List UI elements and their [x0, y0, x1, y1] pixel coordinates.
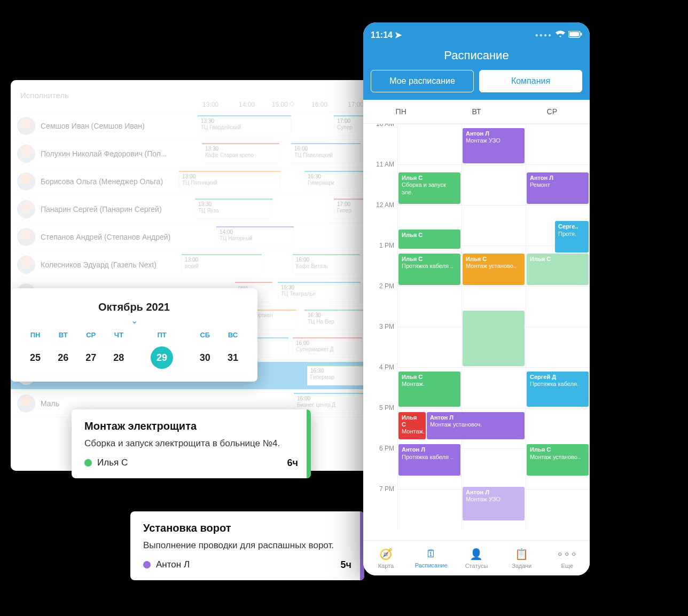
wifi-icon: [556, 30, 565, 40]
hour-label: 11 AM: [363, 161, 394, 168]
schedule-event[interactable]: Илья ССборка и запуск эле.: [398, 172, 460, 204]
gantt-bar[interactable]: 16:00ТЦ Павелецкий: [291, 143, 361, 163]
schedule-event[interactable]: Илья С: [398, 230, 460, 249]
performer-name: Полухин Николай Федорович (Пол...: [41, 149, 167, 158]
gantt-bar[interactable]: 16:30Гипермар: [307, 365, 363, 385]
task-desc: Выполнение проводки для распашных ворот.: [143, 540, 351, 552]
schedule-event[interactable]: Серге..Протя.: [555, 221, 589, 252]
tab-tasks[interactable]: 📋Задачи: [499, 541, 544, 575]
task-title: Монтаж электрощита: [84, 420, 298, 432]
day-cell[interactable]: 28: [105, 343, 132, 372]
clipboard-icon: 📋: [515, 548, 528, 560]
hour-label: 1 PM: [363, 242, 394, 249]
performer-name: Панарин Сергей (Панарин Сергей): [41, 205, 162, 214]
schedule-event[interactable]: [463, 311, 525, 366]
avatar: [17, 117, 35, 135]
chevron-down-icon[interactable]: ⌄: [21, 315, 247, 326]
weekday-label: ПТ: [132, 331, 191, 343]
performer-name: Семшов Иван (Семшов Иван): [41, 122, 145, 130]
schedule-event[interactable]: Сергей ДПротяжка кабеля.: [527, 372, 589, 407]
gantt-bar[interactable]: 14:00ТЦ Нагорный: [216, 226, 294, 247]
gantt-bar[interactable]: 16:00Кафе Витязь: [293, 254, 359, 274]
avatar: [17, 145, 35, 163]
task-card[interactable]: Монтаж электрощита Сборка и запуск элект…: [72, 409, 311, 478]
hour-label: 2 PM: [363, 282, 394, 290]
hour-label: 3 PM: [363, 323, 394, 330]
schedule-event[interactable]: Илья СМонтаж.: [398, 412, 426, 439]
schedule-event[interactable]: Антон ЛРемонт: [527, 172, 589, 204]
day-header[interactable]: ВТ: [439, 100, 514, 123]
seg-company[interactable]: Компания: [479, 70, 582, 92]
tab-schedule[interactable]: 🗓Расписание: [409, 541, 454, 575]
gantt-row[interactable]: Семшов Иван (Семшов Иван)13:30ТЦ Гвардей…: [11, 112, 374, 140]
avatar: [17, 200, 35, 218]
schedule-event[interactable]: Антон ЛПротяжка кабеля ..: [398, 444, 460, 476]
more-icon: ∘∘∘: [557, 548, 577, 560]
performer-name: Маль: [41, 399, 59, 408]
phone-mockup: 11:14 ➤ ●●●● Расписание Мое расписание К…: [363, 22, 590, 575]
gantt-bar[interactable]: 13:30Кафе Старая крепо: [202, 143, 279, 163]
tab-more[interactable]: ∘∘∘Еще: [544, 541, 590, 575]
schedule-event[interactable]: Антон ЛМонтаж УЗО: [463, 128, 525, 163]
gantt-row[interactable]: Полухин Николай Федорович (Пол...13:30Ка…: [11, 140, 374, 168]
task-card[interactable]: Установка ворот Выполнение проводки для …: [130, 511, 364, 580]
day-header[interactable]: СР: [514, 100, 590, 123]
weekday-label: ЧТ: [105, 331, 132, 343]
gantt-row[interactable]: Степанов Андрей (Степанов Андрей)14:00ТЦ…: [11, 223, 374, 251]
gantt-bar[interactable]: 13:30ТЦ Яуза: [195, 199, 272, 219]
day-cell[interactable]: 27: [77, 343, 105, 372]
compass-icon: 🧭: [379, 548, 393, 560]
gantt-bar[interactable]: 13:30ТЦ Гвардейский: [198, 115, 291, 136]
schedule-event[interactable]: Илья СМонтаж установо..: [527, 444, 589, 476]
gantt-bar[interactable]: 16:30ТЦ На Вер: [304, 310, 363, 330]
gantt-row[interactable]: Панарин Сергей (Панарин Сергей)13:30ТЦ Я…: [11, 195, 374, 223]
day-cell[interactable]: 29: [132, 343, 191, 372]
performer-name: Борисова Ольга (Менеджер Ольга): [41, 177, 163, 186]
weekday-label: ВС: [219, 331, 247, 343]
svg-rect-2: [581, 33, 582, 35]
hour-label: 5 PM: [363, 404, 394, 412]
hour-label: 4 PM: [363, 364, 394, 371]
gantt-bar[interactable]: 13:00ТЦ Пятницкий: [179, 171, 280, 191]
time-tick: 14:00: [229, 101, 265, 108]
time-tick: 13:00: [192, 101, 229, 108]
week-title: Октябрь 2021: [21, 301, 247, 313]
schedule-event[interactable]: Илья СПротяжка кабеля ..: [398, 254, 460, 285]
gantt-row[interactable]: Борисова Ольга (Менеджер Ольга)13:00ТЦ П…: [11, 168, 374, 195]
schedule-event[interactable]: Илья СМонтаж.: [398, 372, 460, 407]
avatar: [17, 172, 35, 191]
tab-bar: 🧭Карта 🗓Расписание 👤Статусы 📋Задачи ∘∘∘Е…: [363, 540, 590, 575]
gantt-bar[interactable]: 15:30ТЦ Театральн: [278, 282, 361, 302]
weekday-label: ПН: [21, 331, 49, 343]
avatar: [17, 228, 35, 246]
avatar: [17, 256, 35, 274]
schedule-event[interactable]: Антон ЛМонтаж установоч.: [427, 412, 525, 439]
task-assignee: Илья С: [97, 457, 128, 468]
tab-map[interactable]: 🧭Карта: [363, 541, 409, 575]
calendar-icon: 🗓: [426, 548, 436, 560]
day-cell[interactable]: 31: [219, 343, 247, 372]
gantt-bar[interactable]: 17:00Супер: [334, 115, 366, 136]
signal-dots-icon: ●●●●: [535, 32, 552, 38]
task-assignee: Антон Л: [156, 559, 190, 570]
hour-label: 6 PM: [363, 445, 394, 452]
gantt-bar[interactable]: 16:30Гипермарк: [304, 171, 363, 191]
gantt-bar[interactable]: 16:00Супермаркет Д: [293, 337, 362, 358]
day-cell[interactable]: 26: [49, 343, 77, 372]
schedule-event[interactable]: Илья С: [527, 254, 589, 285]
task-duration: 5ч: [341, 559, 351, 571]
schedule-event[interactable]: Антон ЛМонтаж УЗО: [463, 487, 525, 520]
page-title: Расписание: [371, 49, 582, 62]
schedule-event[interactable]: Илья СМонтаж установо..: [463, 254, 525, 285]
day-cell[interactable]: 30: [191, 343, 219, 372]
weekday-label: СР: [77, 331, 105, 343]
week-picker[interactable]: Октябрь 2021 ⌄ ПНВТСРЧТПТСБВС 2526272829…: [11, 288, 257, 382]
hour-label: 10 AM: [363, 124, 394, 128]
gantt-bar[interactable]: 17:00Гипер: [334, 199, 366, 219]
task-title: Установка ворот: [143, 522, 351, 534]
day-cell[interactable]: 25: [21, 343, 49, 372]
user-status-icon: 👤: [470, 548, 483, 560]
gantt-bar[interactable]: 13:00вский: [182, 254, 262, 274]
gantt-row[interactable]: Колесников Эдуард (Газель Next)13:00вски…: [11, 251, 374, 279]
tab-status[interactable]: 👤Статусы: [454, 541, 499, 575]
